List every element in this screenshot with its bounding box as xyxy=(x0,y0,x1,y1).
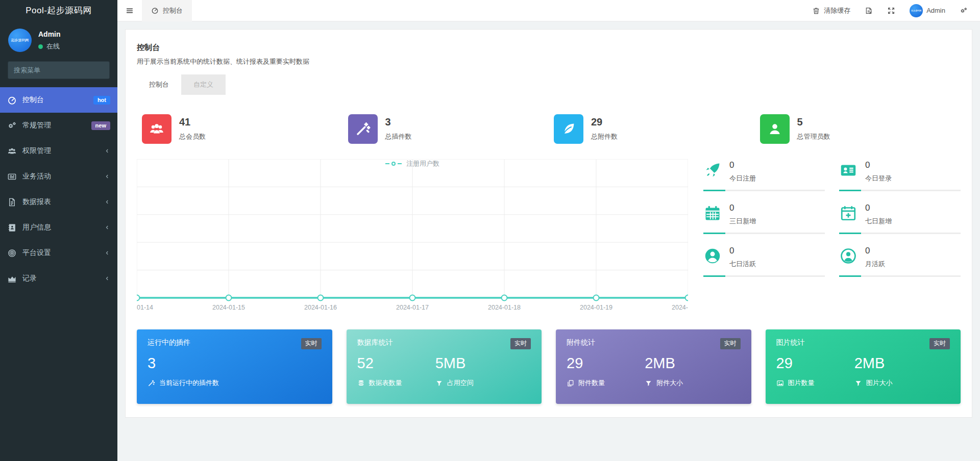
sidebar: Pool-起步源码网 起步源码网 Admin 在线 xyxy=(0,0,117,461)
topbar-tab-label: 控制台 xyxy=(163,6,183,15)
log-button[interactable] xyxy=(865,7,873,15)
mini-stat-value: 0 xyxy=(865,160,892,170)
sidebar-toggle-button[interactable] xyxy=(117,0,142,21)
card-title: 数据库统计 xyxy=(357,338,393,347)
mini-stat-bar xyxy=(703,233,825,234)
middle-row: 注册用户数 2024-01-142024-01-152024-01-162024… xyxy=(137,159,961,312)
topbar-tab-dashboard[interactable]: 控制台 xyxy=(142,0,192,21)
sidebar-item-records[interactable]: 记录 xyxy=(0,266,117,291)
mini-stat-bar xyxy=(839,233,961,234)
sidebar-item-userinfo[interactable]: 用户信息 xyxy=(0,215,117,240)
sidebar-item-general[interactable]: 常规管理 new xyxy=(0,113,117,138)
sidebar-item-reports[interactable]: 数据报表 xyxy=(0,189,117,215)
avatar-logo-text: 起步源码网 xyxy=(911,9,921,12)
mini-stat-label: 七日活跃 xyxy=(729,260,756,269)
stat-value: 29 xyxy=(591,116,618,128)
user-circle-outline-icon xyxy=(839,247,857,265)
page-title: 控制台 xyxy=(137,43,961,53)
stat-total-admins: 5 总管理员数 xyxy=(755,114,961,144)
svg-text:2024-01-16: 2024-01-16 xyxy=(304,304,337,311)
card-title: 附件统计 xyxy=(567,338,595,347)
clear-cache-button[interactable]: 清除缓存 xyxy=(812,6,850,15)
chevron-left-icon xyxy=(104,199,110,205)
mini-stat-today-register: 0 今日注册 xyxy=(703,160,825,191)
stat-value: 41 xyxy=(179,116,206,128)
mini-stat-today-login: 0 今日登录 xyxy=(839,160,961,191)
tab-dashboard[interactable]: 控制台 xyxy=(137,74,181,95)
search-input[interactable] xyxy=(14,66,104,74)
mini-stat-bar xyxy=(703,275,825,277)
settings-button[interactable] xyxy=(960,7,968,15)
card-attachment-stats: 附件统计 实时 29 xyxy=(556,329,751,404)
database-icon xyxy=(357,379,365,387)
chevron-left-icon xyxy=(104,173,110,180)
user-panel: 起步源码网 Admin 在线 xyxy=(0,21,117,56)
sidebar-item-permissions[interactable]: 权限管理 xyxy=(0,138,117,164)
sidebar-item-label: 用户信息 xyxy=(22,223,51,232)
sidebar-item-dashboard[interactable]: 控制台 hot xyxy=(0,87,117,113)
tab-custom[interactable]: 自定义 xyxy=(181,74,226,95)
card-database-stats: 数据库统计 实时 52 xyxy=(347,329,542,404)
avatar: 起步源码网 xyxy=(910,4,923,17)
mini-stat-value: 0 xyxy=(729,160,756,170)
legend-line-icon xyxy=(398,163,402,164)
legend-dot-icon xyxy=(391,162,396,166)
new-badge: new xyxy=(91,121,110,130)
sidebar-item-label: 权限管理 xyxy=(22,146,51,156)
card-title: 图片统计 xyxy=(776,338,805,347)
realtime-badge: 实时 xyxy=(720,338,741,349)
chart-legend[interactable]: 注册用户数 xyxy=(385,159,439,168)
metric-label: 当前运行中的插件数 xyxy=(159,378,219,388)
metric-label: 图片数量 xyxy=(788,378,815,388)
mini-stat-label: 今日注册 xyxy=(729,174,756,183)
svg-text:2024-01-18: 2024-01-18 xyxy=(488,304,521,311)
dashboard-icon xyxy=(7,95,17,105)
stat-total-attachments: 29 总附件数 xyxy=(549,114,755,144)
filter-icon xyxy=(854,379,862,387)
stat-total-members: 41 总会员数 xyxy=(137,114,343,144)
gears-icon xyxy=(7,121,17,131)
metric-label: 附件数量 xyxy=(578,378,605,388)
sidebar-item-business[interactable]: 业务活动 xyxy=(0,164,117,189)
mini-stat-label: 月活跃 xyxy=(865,260,885,269)
mini-stat-value: 0 xyxy=(729,246,756,256)
address-book-icon xyxy=(7,223,17,233)
svg-text:2024-01-20: 2024-01-20 xyxy=(672,304,688,311)
page-content: 控制台 用于展示当前系统中的统计数据、统计报表及重要实时数据 控制台 自定义 xyxy=(117,21,980,461)
fullscreen-button[interactable] xyxy=(887,7,895,15)
panel-body: 41 总会员数 3 总插件数 xyxy=(126,95,972,404)
copy-icon xyxy=(567,379,574,387)
sidebar-item-settings[interactable]: 平台设置 xyxy=(0,240,117,266)
metric-value: 52 xyxy=(357,355,435,372)
magic-icon xyxy=(148,379,155,387)
chevron-left-icon xyxy=(104,224,110,231)
line-chart-svg: 2024-01-142024-01-152024-01-162024-01-17… xyxy=(137,159,688,312)
sidebar-item-label: 数据报表 xyxy=(22,197,51,207)
metric-value: 5MB xyxy=(435,355,513,372)
main-area: 控制台 清除缓存 xyxy=(117,0,980,461)
mini-stat-value: 0 xyxy=(865,203,892,213)
avatar[interactable]: 起步源码网 xyxy=(8,29,32,52)
stats-row: 41 总会员数 3 总插件数 xyxy=(137,114,961,144)
metric-label: 附件大小 xyxy=(656,378,683,388)
user-menu[interactable]: 起步源码网 Admin xyxy=(910,4,945,17)
metric-value: 29 xyxy=(776,355,854,372)
realtime-badge: 实时 xyxy=(929,338,950,349)
panel-tabs: 控制台 自定义 xyxy=(137,74,961,95)
mini-stat-bar xyxy=(839,275,961,277)
gears-icon xyxy=(960,7,968,15)
rocket-icon xyxy=(703,161,722,180)
svg-text:2024-01-15: 2024-01-15 xyxy=(212,304,245,311)
metric-label: 数据表数量 xyxy=(369,378,402,388)
sidebar-menu: 控制台 hot 常规管理 new xyxy=(0,87,117,291)
user-status-label: 在线 xyxy=(46,42,60,51)
topbar: 控制台 清除缓存 xyxy=(117,0,980,21)
calendar-plus-icon xyxy=(839,204,857,222)
fullscreen-icon xyxy=(887,7,895,15)
magic-icon xyxy=(348,114,378,144)
svg-text:2024-01-17: 2024-01-17 xyxy=(396,304,429,311)
users-icon xyxy=(142,114,172,144)
mini-stats-grid: 0 今日注册 xyxy=(703,159,961,312)
calendar-icon xyxy=(703,204,722,222)
sidebar-item-label: 控制台 xyxy=(22,95,44,105)
